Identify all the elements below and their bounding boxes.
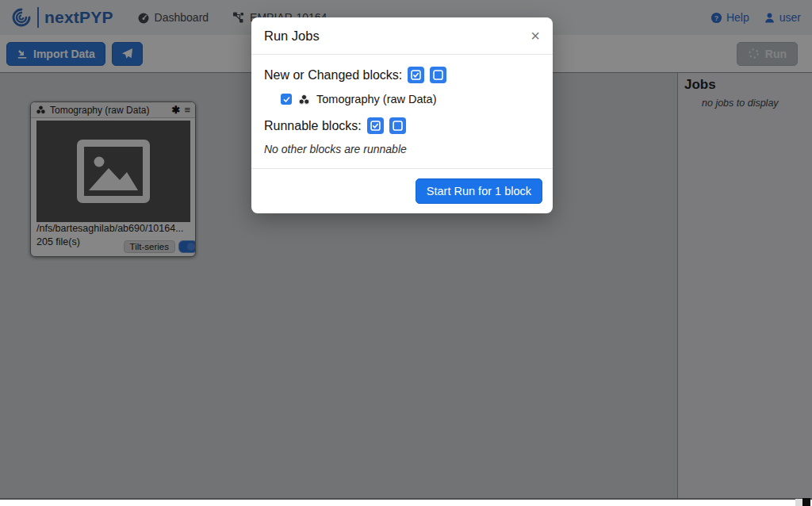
modal-title: Run Jobs <box>264 29 320 44</box>
new-changed-label: New or Changed blocks: <box>264 68 402 82</box>
deselect-all-button[interactable] <box>430 67 446 83</box>
checked-square-icon <box>370 120 381 132</box>
empty-square-icon <box>392 120 404 132</box>
empty-square-icon <box>432 69 444 81</box>
start-run-button[interactable]: Start Run for 1 block <box>416 178 542 204</box>
new-changed-section: New or Changed blocks: <box>264 67 540 83</box>
bottom-strip <box>0 500 812 506</box>
modal-body: New or Changed blocks: <box>251 55 553 168</box>
sphere-cluster-icon <box>298 94 310 105</box>
block-row-tomography: Tomography (raw Data) <box>281 93 540 105</box>
block-checkbox[interactable] <box>281 94 292 105</box>
runnable-select-all-button[interactable] <box>367 117 384 134</box>
modal-header: Run Jobs × <box>251 17 553 55</box>
runnable-section: Runnable blocks: <box>264 117 540 134</box>
close-icon[interactable]: × <box>530 28 540 44</box>
checked-square-icon <box>410 69 422 81</box>
resize-corner <box>802 498 810 506</box>
runnable-label: Runnable blocks: <box>264 119 362 133</box>
block-row-label: Tomography (raw Data) <box>316 93 437 105</box>
app-root: nextPYP Dashboard EMPIAR- <box>0 0 812 506</box>
scrollbar-corner <box>795 499 802 506</box>
runnable-note: No other blocks are runnable <box>264 143 540 155</box>
modal-footer: Start Run for 1 block <box>251 168 553 213</box>
select-all-button[interactable] <box>408 67 424 83</box>
run-jobs-modal: Run Jobs × New or Changed blocks: <box>251 17 553 213</box>
runnable-deselect-all-button[interactable] <box>389 117 406 134</box>
